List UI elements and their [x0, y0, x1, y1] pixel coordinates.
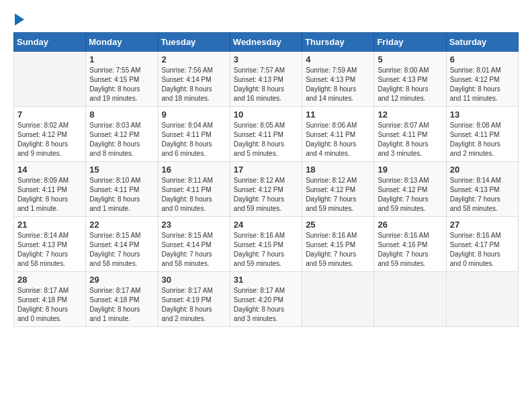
- cell-info: Sunrise: 8:13 AM Sunset: 4:12 PM Dayligh…: [378, 176, 442, 214]
- calendar-day-header: Saturday: [446, 33, 518, 52]
- cell-info: Sunrise: 8:16 AM Sunset: 4:16 PM Dayligh…: [378, 231, 442, 269]
- day-number: 25: [306, 220, 370, 230]
- calendar-day-header: Sunday: [14, 33, 86, 52]
- calendar-cell: 17Sunrise: 8:12 AM Sunset: 4:12 PM Dayli…: [230, 162, 302, 217]
- calendar-week-row: 7Sunrise: 8:02 AM Sunset: 4:12 PM Daylig…: [14, 107, 519, 162]
- cell-info: Sunrise: 8:17 AM Sunset: 4:19 PM Dayligh…: [162, 286, 226, 324]
- calendar-cell: 30Sunrise: 8:17 AM Sunset: 4:19 PM Dayli…: [158, 272, 230, 327]
- calendar-cell: [14, 52, 86, 107]
- day-number: 5: [378, 54, 442, 64]
- calendar-cell: 25Sunrise: 8:16 AM Sunset: 4:15 PM Dayli…: [302, 217, 374, 272]
- cell-info: Sunrise: 8:07 AM Sunset: 4:11 PM Dayligh…: [378, 121, 442, 158]
- cell-info: Sunrise: 8:16 AM Sunset: 4:17 PM Dayligh…: [450, 231, 515, 269]
- calendar-cell: 24Sunrise: 8:16 AM Sunset: 4:15 PM Dayli…: [230, 217, 302, 272]
- day-number: 11: [306, 109, 370, 120]
- day-number: 26: [378, 220, 442, 230]
- day-number: 15: [89, 165, 154, 175]
- cell-info: Sunrise: 8:05 AM Sunset: 4:11 PM Dayligh…: [234, 121, 298, 158]
- cell-info: Sunrise: 8:16 AM Sunset: 4:15 PM Dayligh…: [306, 231, 370, 269]
- calendar-cell: 2Sunrise: 7:56 AM Sunset: 4:14 PM Daylig…: [158, 52, 230, 107]
- cell-info: Sunrise: 8:02 AM Sunset: 4:12 PM Dayligh…: [17, 121, 82, 158]
- calendar-cell: 9Sunrise: 8:04 AM Sunset: 4:11 PM Daylig…: [158, 107, 230, 162]
- cell-info: Sunrise: 8:00 AM Sunset: 4:13 PM Dayligh…: [378, 66, 442, 103]
- cell-info: Sunrise: 7:56 AM Sunset: 4:14 PM Dayligh…: [162, 66, 226, 103]
- calendar-cell: 8Sunrise: 8:03 AM Sunset: 4:12 PM Daylig…: [86, 107, 158, 162]
- cell-info: Sunrise: 8:09 AM Sunset: 4:11 PM Dayligh…: [17, 176, 82, 214]
- calendar-day-header: Tuesday: [158, 33, 230, 52]
- cell-info: Sunrise: 8:12 AM Sunset: 4:12 PM Dayligh…: [234, 176, 298, 214]
- calendar-cell: 12Sunrise: 8:07 AM Sunset: 4:11 PM Dayli…: [374, 107, 446, 162]
- cell-info: Sunrise: 8:06 AM Sunset: 4:11 PM Dayligh…: [306, 121, 370, 158]
- calendar-cell: 29Sunrise: 8:17 AM Sunset: 4:18 PM Dayli…: [86, 272, 158, 327]
- calendar-cell: 1Sunrise: 7:55 AM Sunset: 4:15 PM Daylig…: [86, 52, 158, 107]
- cell-info: Sunrise: 8:15 AM Sunset: 4:14 PM Dayligh…: [89, 231, 154, 269]
- day-number: 4: [306, 54, 370, 64]
- calendar-week-row: 28Sunrise: 8:17 AM Sunset: 4:18 PM Dayli…: [14, 272, 519, 327]
- calendar-cell: 3Sunrise: 7:57 AM Sunset: 4:13 PM Daylig…: [230, 52, 302, 107]
- calendar-cell: 6Sunrise: 8:01 AM Sunset: 4:12 PM Daylig…: [446, 52, 518, 107]
- calendar-cell: 27Sunrise: 8:16 AM Sunset: 4:17 PM Dayli…: [446, 217, 518, 272]
- calendar-day-header: Friday: [374, 33, 446, 52]
- cell-info: Sunrise: 8:17 AM Sunset: 4:18 PM Dayligh…: [89, 286, 154, 324]
- calendar-cell: 26Sunrise: 8:16 AM Sunset: 4:16 PM Dayli…: [374, 217, 446, 272]
- calendar-cell: 23Sunrise: 8:15 AM Sunset: 4:14 PM Dayli…: [158, 217, 230, 272]
- cell-info: Sunrise: 8:04 AM Sunset: 4:11 PM Dayligh…: [162, 121, 226, 158]
- day-number: 18: [306, 165, 370, 175]
- calendar-cell: 16Sunrise: 8:11 AM Sunset: 4:11 PM Dayli…: [158, 162, 230, 217]
- calendar-cell: 31Sunrise: 8:17 AM Sunset: 4:20 PM Dayli…: [230, 272, 302, 327]
- day-number: 29: [89, 275, 154, 285]
- day-number: 21: [17, 220, 82, 230]
- day-number: 24: [234, 220, 298, 230]
- day-number: 2: [162, 54, 226, 64]
- calendar-cell: 14Sunrise: 8:09 AM Sunset: 4:11 PM Dayli…: [14, 162, 86, 217]
- day-number: 1: [89, 54, 154, 64]
- day-number: 8: [89, 109, 154, 120]
- cell-info: Sunrise: 8:14 AM Sunset: 4:13 PM Dayligh…: [450, 176, 515, 214]
- calendar-day-header: Monday: [86, 33, 158, 52]
- cell-info: Sunrise: 8:17 AM Sunset: 4:18 PM Dayligh…: [17, 286, 82, 324]
- cell-info: Sunrise: 8:16 AM Sunset: 4:15 PM Dayligh…: [234, 231, 298, 269]
- page-header: [13, 13, 519, 26]
- calendar-cell: 20Sunrise: 8:14 AM Sunset: 4:13 PM Dayli…: [446, 162, 518, 217]
- cell-info: Sunrise: 7:55 AM Sunset: 4:15 PM Dayligh…: [89, 66, 154, 103]
- calendar-cell: 18Sunrise: 8:12 AM Sunset: 4:12 PM Dayli…: [302, 162, 374, 217]
- calendar-cell: 22Sunrise: 8:15 AM Sunset: 4:14 PM Dayli…: [86, 217, 158, 272]
- day-number: 7: [17, 109, 82, 120]
- day-number: 23: [162, 220, 226, 230]
- day-number: 3: [234, 54, 298, 64]
- calendar-header-row: SundayMondayTuesdayWednesdayThursdayFrid…: [14, 33, 519, 52]
- day-number: 9: [162, 109, 226, 120]
- calendar-day-header: Wednesday: [230, 33, 302, 52]
- day-number: 10: [234, 109, 298, 120]
- day-number: 12: [378, 109, 442, 120]
- logo: [13, 13, 24, 26]
- day-number: 14: [17, 165, 82, 175]
- cell-info: Sunrise: 8:01 AM Sunset: 4:12 PM Dayligh…: [450, 66, 515, 103]
- calendar-cell: 19Sunrise: 8:13 AM Sunset: 4:12 PM Dayli…: [374, 162, 446, 217]
- cell-info: Sunrise: 8:08 AM Sunset: 4:11 PM Dayligh…: [450, 121, 515, 158]
- cell-info: Sunrise: 8:15 AM Sunset: 4:14 PM Dayligh…: [162, 231, 226, 269]
- day-number: 19: [378, 165, 442, 175]
- calendar-week-row: 21Sunrise: 8:14 AM Sunset: 4:13 PM Dayli…: [14, 217, 519, 272]
- calendar-body: 1Sunrise: 7:55 AM Sunset: 4:15 PM Daylig…: [14, 52, 519, 327]
- day-number: 17: [234, 165, 298, 175]
- calendar-cell: 13Sunrise: 8:08 AM Sunset: 4:11 PM Dayli…: [446, 107, 518, 162]
- cell-info: Sunrise: 8:14 AM Sunset: 4:13 PM Dayligh…: [17, 231, 82, 269]
- cell-info: Sunrise: 8:10 AM Sunset: 4:11 PM Dayligh…: [89, 176, 154, 214]
- cell-info: Sunrise: 8:17 AM Sunset: 4:20 PM Dayligh…: [234, 286, 298, 324]
- calendar-cell: 7Sunrise: 8:02 AM Sunset: 4:12 PM Daylig…: [14, 107, 86, 162]
- day-number: 30: [162, 275, 226, 285]
- day-number: 22: [89, 220, 154, 230]
- cell-info: Sunrise: 8:03 AM Sunset: 4:12 PM Dayligh…: [89, 121, 154, 158]
- cell-info: Sunrise: 7:57 AM Sunset: 4:13 PM Dayligh…: [234, 66, 298, 103]
- cell-info: Sunrise: 8:12 AM Sunset: 4:12 PM Dayligh…: [306, 176, 370, 214]
- calendar-cell: [374, 272, 446, 327]
- calendar-week-row: 14Sunrise: 8:09 AM Sunset: 4:11 PM Dayli…: [14, 162, 519, 217]
- calendar-cell: [302, 272, 374, 327]
- day-number: 16: [162, 165, 226, 175]
- day-number: 13: [450, 109, 515, 120]
- day-number: 20: [450, 165, 515, 175]
- day-number: 28: [17, 275, 82, 285]
- calendar-week-row: 1Sunrise: 7:55 AM Sunset: 4:15 PM Daylig…: [14, 52, 519, 107]
- calendar-table: SundayMondayTuesdayWednesdayThursdayFrid…: [13, 32, 519, 327]
